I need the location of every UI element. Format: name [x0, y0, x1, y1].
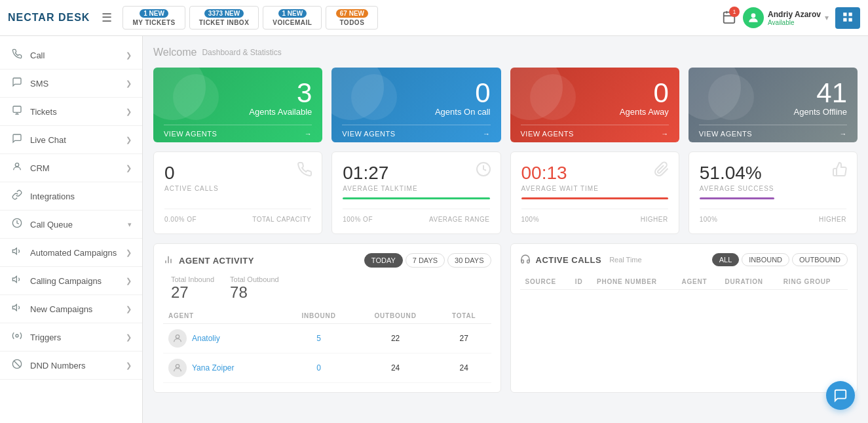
activity-tab-7days[interactable]: 7 DAYS	[406, 253, 445, 268]
app-body: Call ❯ SMS ❯ Tickets ❯ Live Chat ❯	[0, 36, 868, 423]
active-calls-footer: 0.00% OF TOTAL CAPACITY	[164, 209, 311, 223]
ac-col-ring-group: RING GROUP	[778, 274, 848, 290]
col-inbound: INBOUND	[284, 308, 354, 324]
avg-wait-footer-right: HIGHER	[641, 216, 668, 223]
active-calls-headset-icon	[520, 254, 531, 266]
sidebar-item-call-queue[interactable]: Call Queue ▾	[0, 211, 142, 239]
sidebar-item-sms[interactable]: SMS ❯	[0, 70, 142, 98]
sidebar-live-chat-arrow: ❯	[126, 136, 132, 144]
sidebar-tickets-label: Tickets	[30, 107, 119, 117]
active-calls-header: ACTIVE CALLS Real Time ALL INBOUND OUTBO…	[520, 253, 848, 266]
table-row: Yana Zoiper 0 24 24	[163, 353, 491, 383]
view-agents-link-3[interactable]: VIEW AGENTS	[699, 130, 752, 138]
sidebar-item-automated-campaigns[interactable]: Automated Campaigns ❯	[0, 239, 142, 267]
active-calls-panel: ACTIVE CALLS Real Time ALL INBOUND OUTBO…	[510, 243, 858, 393]
sidebar-tickets-arrow: ❯	[126, 108, 132, 116]
sidebar-item-live-chat[interactable]: Live Chat ❯	[0, 126, 142, 154]
tickets-icon	[10, 105, 24, 118]
activity-tab-group: TODAY 7 DAYS 30 DAYS	[364, 253, 491, 268]
avg-success-bar	[700, 197, 774, 199]
filter-outbound[interactable]: OUTBOUND	[792, 253, 848, 266]
svg-point-23	[176, 365, 179, 368]
sidebar-item-call[interactable]: Call ❯	[0, 41, 142, 70]
sidebar-calling-campaigns-label: Calling Campaigns	[30, 276, 119, 286]
calling-campaigns-icon	[10, 274, 24, 287]
automated-campaigns-icon	[10, 246, 24, 259]
avg-wait-footer: 100% HIGHER	[521, 209, 668, 223]
svg-point-22	[176, 335, 179, 338]
view-agents-arrow-1: →	[483, 130, 491, 138]
triggers-icon	[10, 331, 24, 344]
sidebar-call-queue-label: Call Queue	[30, 220, 121, 230]
call-icon	[10, 49, 24, 62]
integrations-icon	[10, 190, 24, 203]
sidebar-item-new-campaigns[interactable]: New Campaigns ❯	[0, 295, 142, 323]
bg-circle2	[173, 74, 219, 120]
avg-talktime-val: 01:27	[343, 163, 489, 184]
ticket-inbox-badge: 3373 NEW	[204, 9, 244, 18]
activity-tab-today[interactable]: TODAY	[364, 253, 403, 268]
sidebar-call-arrow: ❯	[126, 51, 132, 60]
chat-fab[interactable]	[826, 381, 855, 410]
agent-outbound: 24	[354, 353, 436, 383]
svg-rect-7	[843, 18, 846, 21]
view-agents-bar-2[interactable]: VIEW AGENTS →	[521, 125, 669, 142]
view-agents-link-2[interactable]: VIEW AGENTS	[521, 130, 574, 138]
agent-activity-panel: AGENT ACTIVITY TODAY 7 DAYS 30 DAYS Tota…	[153, 243, 501, 393]
sidebar-integrations-label: Integrations	[30, 191, 132, 201]
svg-marker-12	[12, 248, 16, 254]
agent-name[interactable]: Anatoliy	[192, 334, 220, 343]
active-calls-subtitle: Real Time	[609, 256, 642, 264]
avg-success-footer-left: 100%	[700, 216, 718, 223]
view-agents-link-1[interactable]: VIEW AGENTS	[342, 130, 395, 138]
view-agents-link-0[interactable]: VIEW AGENTS	[164, 130, 217, 138]
view-agents-bar-0[interactable]: VIEW AGENTS →	[164, 125, 312, 142]
tab-todos[interactable]: 67 NEW TODOS	[326, 6, 378, 30]
sidebar-item-dnd-numbers[interactable]: DND Numbers ❯	[0, 352, 142, 380]
view-agents-bar-3[interactable]: VIEW AGENTS →	[699, 125, 847, 142]
totals-row: Total Inbound 27 Total Outbound 78	[163, 275, 491, 302]
grid-button[interactable]	[835, 7, 860, 29]
sidebar: Call ❯ SMS ❯ Tickets ❯ Live Chat ❯	[0, 36, 143, 423]
sidebar-dnd-arrow: ❯	[126, 361, 132, 370]
sidebar-item-triggers[interactable]: Triggers ❯	[0, 323, 142, 352]
tab-my-tickets[interactable]: 1 NEW MY TICKETS	[123, 6, 185, 30]
svg-point-4	[751, 13, 756, 18]
hamburger-icon[interactable]: ☰	[102, 10, 112, 25]
crm-icon	[10, 161, 24, 174]
chevron-down-icon: ▾	[825, 13, 829, 22]
agent-activity-title: AGENT ACTIVITY	[179, 256, 254, 266]
active-calls-icon	[297, 161, 312, 181]
sidebar-item-crm[interactable]: CRM ❯	[0, 154, 142, 182]
activity-tab-30days[interactable]: 30 DAYS	[447, 253, 491, 268]
stat-card-away: 0 Agents Away VIEW AGENTS →	[510, 68, 679, 142]
sidebar-item-calling-campaigns[interactable]: Calling Campaigns ❯	[0, 267, 142, 295]
svg-point-15	[16, 334, 18, 337]
header-tabs: 1 NEW MY TICKETS 3373 NEW TICKET INBOX 1…	[123, 6, 722, 30]
sidebar-sms-arrow: ❯	[126, 79, 132, 88]
sidebar-automated-campaigns-label: Automated Campaigns	[30, 248, 119, 258]
tab-ticket-inbox[interactable]: 3373 NEW TICKET INBOX	[189, 6, 259, 30]
avg-wait-bar	[521, 197, 668, 199]
view-agents-bar-1[interactable]: VIEW AGENTS →	[342, 125, 490, 142]
sidebar-dnd-label: DND Numbers	[30, 361, 119, 371]
filter-inbound[interactable]: INBOUND	[742, 253, 789, 266]
avg-talktime-footer-left: 100% OF	[343, 216, 373, 223]
calendar-button[interactable]: 1	[722, 10, 736, 26]
voicemail-label: VOICEMAIL	[273, 19, 312, 26]
active-calls-val: 0	[164, 163, 311, 184]
avg-wait-val: 00:13	[521, 163, 668, 184]
agent-name[interactable]: Yana Zoiper	[192, 363, 234, 373]
dnd-icon	[10, 359, 24, 372]
tab-voicemail[interactable]: 1 NEW VOICEMAIL	[263, 6, 322, 30]
sidebar-item-integrations[interactable]: Integrations	[0, 182, 142, 211]
user-menu[interactable]: Andriy Azarov Available ▾	[743, 7, 829, 28]
sidebar-triggers-arrow: ❯	[126, 333, 132, 342]
avg-success-label: AVERAGE SUCCESS	[700, 185, 846, 192]
total-inbound-val: 27	[171, 283, 214, 302]
todos-badge: 67 NEW	[336, 9, 368, 18]
agent-table: AGENT INBOUND OUTBOUND TOTAL Anatoliy 5 …	[163, 308, 491, 383]
filter-all[interactable]: ALL	[712, 253, 740, 266]
sidebar-item-tickets[interactable]: Tickets ❯	[0, 98, 142, 126]
sidebar-new-campaigns-arrow: ❯	[126, 305, 132, 313]
